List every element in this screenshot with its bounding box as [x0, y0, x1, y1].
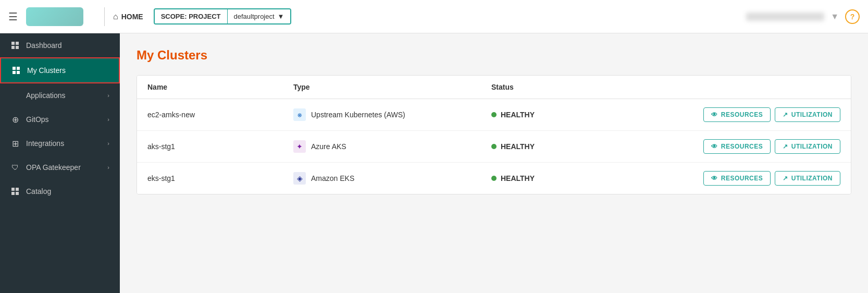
table-header: Name Type Status [137, 76, 851, 99]
sidebar-item-label: Applications [26, 91, 101, 100]
sidebar-item-gitops[interactable]: ⊕ GitOps › [0, 107, 120, 131]
eye-icon: 👁 [711, 111, 718, 118]
app-logo [26, 7, 83, 26]
home-link[interactable]: HOME [113, 12, 143, 21]
layout: Dashboard My Clusters Applications › ⊕ G… [0, 33, 868, 293]
resources-label: RESOURCES [721, 143, 763, 150]
chevron-down-icon: ▼ [278, 13, 284, 20]
hamburger-menu[interactable]: ☰ [8, 10, 18, 23]
user-chevron-icon: ▼ [830, 12, 839, 21]
page-title: My Clusters [137, 48, 851, 63]
header-divider [104, 7, 105, 26]
sidebar-item-integrations[interactable]: ⊞ Integrations › [0, 131, 120, 155]
col-status: Status [491, 83, 627, 91]
sidebar-item-label: Catalog [26, 187, 109, 196]
table-row: eks-stg1 ◈ Amazon EKS HEALTHY 👁 RESOURCE… [137, 163, 851, 194]
grid-icon [10, 41, 20, 50]
status-label: HEALTHY [501, 111, 535, 119]
col-type: Type [293, 83, 491, 91]
sidebar-item-applications[interactable]: Applications › [0, 83, 120, 107]
scope-type: PROJECT [189, 13, 220, 20]
cluster-actions: 👁 RESOURCES ↗ UTILIZATION [627, 107, 840, 122]
main-content: My Clusters Name Type Status ec2-amks-ne… [120, 33, 868, 293]
sidebar-item-label: OPA Gatekeeper [26, 163, 101, 172]
gitops-icon: ⊕ [10, 115, 20, 124]
table-row: ec2-amks-new ⎈ Upstream Kubernetes (AWS)… [137, 99, 851, 131]
trend-icon: ↗ [783, 175, 788, 182]
sidebar-item-label: Dashboard [26, 41, 109, 50]
chevron-right-icon: › [107, 140, 109, 146]
utilization-label: UTILIZATION [791, 143, 833, 150]
home-icon [113, 12, 118, 21]
status-dot [491, 144, 497, 149]
trend-icon: ↗ [783, 143, 788, 150]
header-nav: HOME SCOPE: PROJECT defaultproject ▼ [113, 8, 291, 25]
sidebar: Dashboard My Clusters Applications › ⊕ G… [0, 33, 120, 293]
table-row: aks-stg1 ✦ Azure AKS HEALTHY 👁 RESOURCES… [137, 131, 851, 163]
cluster-status: HEALTHY [491, 142, 627, 151]
clusters-table: Name Type Status ec2-amks-new ⎈ Upstream… [137, 75, 851, 194]
home-label: HOME [121, 13, 143, 21]
resources-button[interactable]: 👁 RESOURCES [703, 107, 771, 122]
utilization-button[interactable]: ↗ UTILIZATION [775, 107, 840, 122]
cluster-type: ✦ Azure AKS [293, 140, 491, 153]
utilization-label: UTILIZATION [791, 111, 833, 118]
status-dot [491, 112, 497, 117]
status-label: HEALTHY [501, 142, 535, 151]
sidebar-item-label: Integrations [26, 139, 101, 148]
utilization-label: UTILIZATION [791, 175, 833, 182]
help-button[interactable]: ? [845, 9, 860, 24]
catalog-icon [10, 187, 20, 196]
sidebar-item-label: My Clusters [27, 66, 108, 75]
azure-icon: ✦ [293, 140, 306, 153]
utilization-button[interactable]: ↗ UTILIZATION [775, 139, 840, 154]
status-label: HEALTHY [501, 174, 535, 182]
utilization-button[interactable]: ↗ UTILIZATION [775, 171, 840, 186]
briefcase-icon [10, 91, 20, 100]
user-name [746, 13, 824, 21]
header: ☰ HOME SCOPE: PROJECT defaultproject ▼ ▼… [0, 0, 868, 33]
cluster-name: eks-stg1 [147, 174, 293, 182]
scope-dropdown[interactable]: defaultproject ▼ [228, 9, 291, 23]
resources-button[interactable]: 👁 RESOURCES [703, 139, 771, 154]
col-actions [627, 83, 840, 91]
chevron-right-icon: › [107, 92, 109, 99]
sidebar-item-my-clusters[interactable]: My Clusters [0, 57, 120, 83]
cluster-type-label: Amazon EKS [311, 174, 354, 182]
chevron-right-icon: › [107, 164, 109, 170]
cluster-actions: 👁 RESOURCES ↗ UTILIZATION [627, 139, 840, 154]
sidebar-item-opa-gatekeeper[interactable]: 🛡 OPA Gatekeeper › [0, 155, 120, 179]
sidebar-item-label: GitOps [26, 115, 101, 124]
col-name: Name [147, 83, 293, 91]
resources-label: RESOURCES [721, 175, 763, 182]
header-right: ▼ ? [746, 9, 860, 24]
sidebar-item-catalog[interactable]: Catalog [0, 179, 120, 203]
cluster-type-label: Azure AKS [311, 142, 346, 151]
clusters-icon [11, 66, 21, 75]
cluster-actions: 👁 RESOURCES ↗ UTILIZATION [627, 171, 840, 186]
integrations-icon: ⊞ [10, 139, 20, 148]
eye-icon: 👁 [711, 175, 718, 182]
chevron-right-icon: › [107, 116, 109, 123]
scope-value: defaultproject [234, 13, 275, 20]
eye-icon: 👁 [711, 143, 718, 150]
k8s-icon: ⎈ [293, 108, 306, 121]
trend-icon: ↗ [783, 111, 788, 118]
cluster-type-label: Upstream Kubernetes (AWS) [311, 111, 405, 119]
cluster-type: ⎈ Upstream Kubernetes (AWS) [293, 108, 491, 121]
sidebar-item-dashboard[interactable]: Dashboard [0, 33, 120, 57]
shield-icon: 🛡 [10, 163, 20, 172]
eks-icon: ◈ [293, 172, 306, 185]
cluster-status: HEALTHY [491, 111, 627, 119]
status-dot [491, 176, 497, 181]
resources-button[interactable]: 👁 RESOURCES [703, 171, 771, 186]
cluster-name: aks-stg1 [147, 142, 293, 151]
scope-label: SCOPE: PROJECT [155, 9, 228, 23]
cluster-type: ◈ Amazon EKS [293, 172, 491, 185]
cluster-status: HEALTHY [491, 174, 627, 182]
resources-label: RESOURCES [721, 111, 763, 118]
cluster-name: ec2-amks-new [147, 111, 293, 119]
scope-selector[interactable]: SCOPE: PROJECT defaultproject ▼ [154, 8, 292, 25]
